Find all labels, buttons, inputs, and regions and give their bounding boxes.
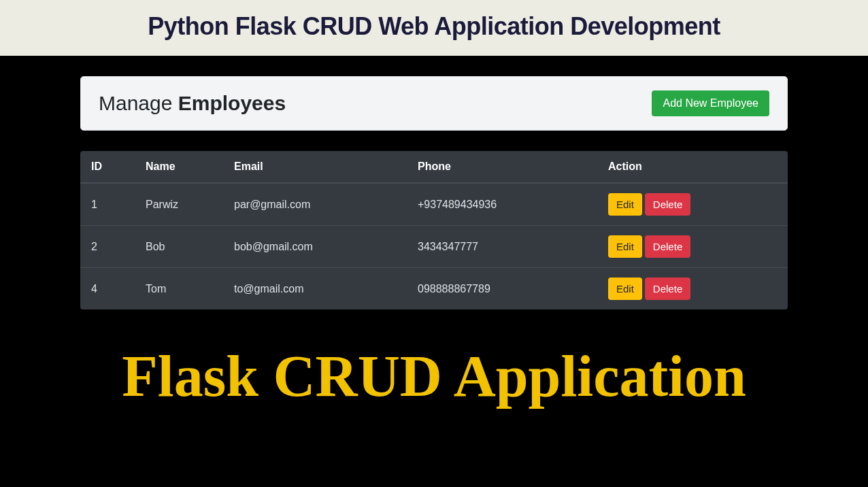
cell-name: Parwiz: [135, 183, 223, 226]
manage-title: Manage Employees: [99, 92, 286, 115]
header-id: ID: [80, 151, 135, 183]
header-action: Action: [597, 151, 788, 183]
cell-email: bob@gmail.com: [223, 226, 407, 268]
cell-phone: +937489434936: [407, 183, 597, 226]
cell-email: to@gmail.com: [223, 268, 407, 310]
cell-id: 1: [80, 183, 135, 226]
delete-button[interactable]: Delete: [645, 193, 690, 216]
cell-action: EditDelete: [597, 268, 788, 310]
delete-button[interactable]: Delete: [645, 278, 690, 300]
manage-title-light: Manage: [99, 92, 178, 114]
table-row: 4Tomto@gmail.com098888867789EditDelete: [80, 268, 788, 310]
cell-id: 2: [80, 226, 135, 268]
cell-phone: 098888867789: [407, 268, 597, 310]
cell-name: Bob: [135, 226, 223, 268]
cell-id: 4: [80, 268, 135, 310]
cell-action: EditDelete: [597, 226, 788, 268]
table-row: 2Bobbob@gmail.com3434347777EditDelete: [80, 226, 788, 268]
employees-table-container: ID Name Email Phone Action 1Parwizpar@gm…: [80, 151, 788, 309]
header-phone: Phone: [407, 151, 597, 183]
cell-name: Tom: [135, 268, 223, 310]
manage-employees-card: Manage Employees Add New Employee: [80, 76, 788, 131]
header-name: Name: [135, 151, 223, 183]
manage-title-bold: Employees: [178, 92, 286, 114]
footer-title: Flask CRUD Application: [0, 342, 868, 410]
cell-phone: 3434347777: [407, 226, 597, 268]
employees-table: ID Name Email Phone Action 1Parwizpar@gm…: [80, 151, 788, 309]
cell-action: EditDelete: [597, 183, 788, 226]
edit-button[interactable]: Edit: [608, 278, 642, 300]
delete-button[interactable]: Delete: [645, 235, 690, 258]
add-new-employee-button[interactable]: Add New Employee: [652, 90, 769, 116]
content-wrapper: Manage Employees Add New Employee ID Nam…: [0, 56, 868, 309]
table-header-row: ID Name Email Phone Action: [80, 151, 788, 183]
header-email: Email: [223, 151, 407, 183]
cell-email: par@gmail.com: [223, 183, 407, 226]
edit-button[interactable]: Edit: [608, 193, 642, 216]
table-row: 1Parwizpar@gmail.com+937489434936EditDel…: [80, 183, 788, 226]
banner-title: Python Flask CRUD Web Application Develo…: [0, 12, 868, 41]
top-banner: Python Flask CRUD Web Application Develo…: [0, 0, 868, 56]
edit-button[interactable]: Edit: [608, 235, 642, 258]
